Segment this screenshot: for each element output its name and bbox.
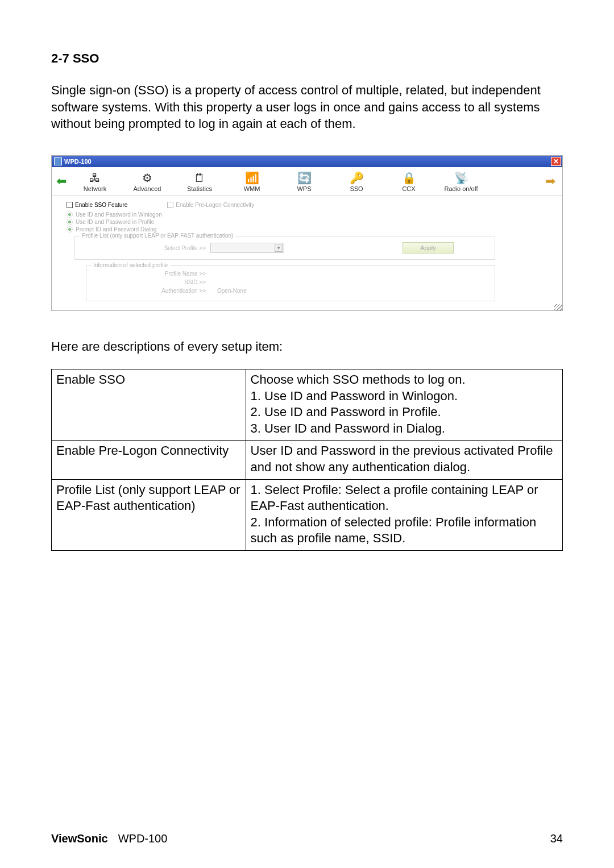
radio-dialog[interactable]: Prompt ID and Password Dialog: [59, 226, 555, 232]
resize-grip-icon[interactable]: [554, 304, 562, 311]
ccx-icon: 🔒: [401, 171, 417, 185]
descriptions-intro: Here are descriptions of every setup ite…: [51, 339, 563, 354]
info-fieldset: Information of selected profile Profile …: [86, 265, 495, 301]
app-icon: [54, 157, 62, 165]
tab-statistics[interactable]: 🗒 Statistics: [173, 171, 226, 192]
wps-icon: 🔄: [296, 171, 312, 185]
close-icon[interactable]: ✕: [551, 157, 561, 166]
table-cell: Enable Pre-Logon Connectivity: [52, 441, 246, 479]
page-footer: ViewSonic WPD-100 34: [51, 832, 563, 845]
radio-icon: [67, 219, 73, 225]
table-cell: Profile List (only support LEAP or EAP-F…: [52, 479, 246, 550]
footer-brand: ViewSonic: [51, 832, 108, 845]
tab-label: Radio on/off: [444, 185, 478, 192]
tab-sso[interactable]: 🔑 SSO: [330, 171, 383, 192]
sso-panel: Enable SSO Feature Enable Pre-Logon Conn…: [52, 196, 562, 310]
radio-label: Use ID and Password in Profile: [76, 219, 154, 225]
wmm-icon: 📶: [244, 171, 260, 185]
radio-icon: [67, 211, 73, 218]
table-cell: User ID and Password in the previous act…: [246, 441, 562, 479]
nav-forward-icon[interactable]: ➡: [543, 174, 558, 189]
tab-wps[interactable]: 🔄 WPS: [278, 171, 330, 192]
tab-ccx[interactable]: 🔒 CCX: [383, 171, 435, 192]
radio-winlogon[interactable]: Use ID and Password in Winlogon: [59, 211, 555, 218]
radio-icon: [67, 226, 73, 232]
tab-label: Statistics: [187, 185, 212, 192]
table-cell: Choose which SSO methods to log on. 1. U…: [246, 369, 562, 441]
tab-label: Network: [84, 185, 106, 192]
checkbox-label: Enable SSO Feature: [75, 202, 127, 208]
tab-label: Advanced: [134, 185, 161, 192]
table-row: Profile List (only support LEAP or EAP-F…: [52, 479, 563, 550]
radio-label: Use ID and Password in Winlogon: [76, 211, 162, 218]
checkbox-icon: [67, 202, 73, 208]
toolbar: ⬅ 🖧 Network ⚙ Advanced 🗒 Statistics 📶 WM…: [52, 167, 562, 196]
select-profile-label: Select Profile >>: [81, 245, 206, 251]
descriptions-table: Enable SSO Choose which SSO methods to l…: [51, 369, 563, 551]
auth-label: Authentication >>: [92, 288, 217, 294]
advanced-icon: ⚙: [139, 171, 155, 185]
radio-profile[interactable]: Use ID and Password in Profile: [59, 219, 555, 225]
sso-icon: 🔑: [349, 171, 364, 185]
footer-model: WPD-100: [118, 832, 168, 845]
tab-label: SSO: [350, 185, 363, 192]
fieldset-legend: Information of selected profile: [91, 262, 170, 268]
page-number: 34: [550, 832, 563, 845]
ssid-label: SSID >>: [92, 279, 217, 285]
section-heading: 2-7 SSO: [51, 51, 563, 66]
enable-prelogon-checkbox[interactable]: Enable Pre-Logon Connectivity: [167, 202, 254, 208]
radio-icon: 📡: [453, 171, 469, 185]
profile-list-fieldset: Profile List (only support LEAP or EAP-F…: [74, 236, 495, 260]
table-row: Enable Pre-Logon Connectivity User ID an…: [52, 441, 563, 479]
tab-label: WPS: [297, 185, 311, 192]
table-row: Enable SSO Choose which SSO methods to l…: [52, 369, 563, 441]
statistics-icon: 🗒: [192, 171, 208, 185]
tab-label: CCX: [402, 185, 415, 192]
apply-button[interactable]: Apply: [403, 242, 454, 254]
titlebar: WPD-100 ✕: [52, 156, 562, 167]
checkbox-label: Enable Pre-Logon Connectivity: [176, 202, 254, 208]
tab-label: WMM: [244, 185, 260, 192]
chevron-down-icon: ▾: [275, 244, 283, 252]
select-profile-dropdown[interactable]: ▾: [210, 243, 284, 253]
checkbox-icon: [167, 202, 173, 208]
window-title: WPD-100: [64, 158, 92, 165]
enable-sso-checkbox[interactable]: Enable SSO Feature: [67, 202, 127, 208]
tab-network[interactable]: 🖧 Network: [69, 171, 121, 192]
radio-label: Prompt ID and Password Dialog: [76, 226, 156, 232]
table-cell: Enable SSO: [52, 369, 246, 441]
tab-advanced[interactable]: ⚙ Advanced: [121, 171, 173, 192]
fieldset-legend: Profile List (only support LEAP or EAP-F…: [80, 232, 235, 239]
nav-back-icon[interactable]: ⬅: [54, 174, 69, 189]
auth-value: Open-None: [217, 288, 247, 294]
tab-wmm[interactable]: 📶 WMM: [226, 171, 278, 192]
table-cell: 1. Select Profile: Select a profile cont…: [246, 479, 562, 550]
network-icon: 🖧: [87, 171, 103, 185]
screenshot-window: WPD-100 ✕ ⬅ 🖧 Network ⚙ Advanced 🗒 Stati…: [51, 155, 563, 311]
profile-name-label: Profile Name >>: [92, 271, 217, 277]
intro-paragraph: Single sign-on (SSO) is a property of ac…: [51, 82, 563, 132]
tab-radio[interactable]: 📡 Radio on/off: [435, 171, 487, 192]
